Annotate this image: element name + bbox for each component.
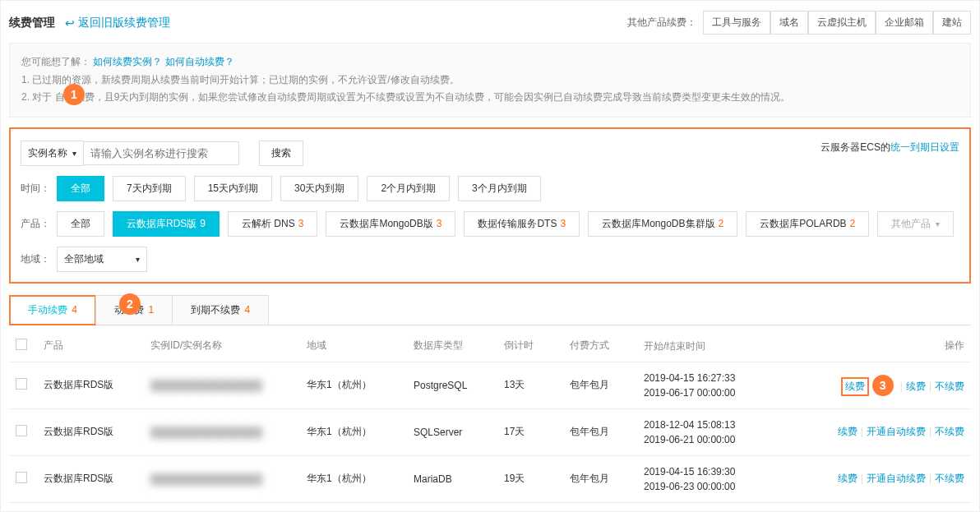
product-pill-count: 3 xyxy=(298,218,304,229)
op-no-renew[interactable]: 不续费 xyxy=(935,426,964,437)
row-checkbox[interactable] xyxy=(16,378,27,390)
product-pill-other[interactable]: 其他产品 ▾ xyxy=(877,211,954,237)
info-link-1[interactable]: 如何续费实例？ xyxy=(93,56,162,67)
region-filter-label: 地域： xyxy=(21,252,57,266)
info-intro: 您可能想了解： xyxy=(21,56,90,67)
time-pill-all[interactable]: 全部 xyxy=(57,176,104,201)
cell-ops: 续费|开通自动续费|不续费 xyxy=(808,425,964,439)
search-button[interactable]: 搜索 xyxy=(259,141,303,166)
time-pill-3m[interactable]: 3个月内到期 xyxy=(458,176,541,201)
search-type-select[interactable]: 实例名称 ▾ xyxy=(21,141,84,166)
info-line-2: 2. 对于 自动续费，且9天内到期的实例，如果您尝试修改自动续费周期或设置为不续… xyxy=(21,89,959,107)
filter-panel: 云服务器ECS的统一到期日设置 实例名称 ▾ 搜索 时间： 全部 7天内到期 1… xyxy=(9,127,971,284)
tab-manual-renew[interactable]: 手动续费 4 xyxy=(9,295,96,325)
time-pill-7d[interactable]: 7天内到期 xyxy=(113,176,186,201)
cell-instance-id: ████████████████ xyxy=(150,473,307,485)
product-pill-count: 2 xyxy=(719,218,724,229)
select-all-checkbox[interactable] xyxy=(16,339,27,350)
top-tab-tools[interactable]: 工具与服务 xyxy=(703,11,770,35)
callout-marker-1: 1 xyxy=(63,84,85,105)
cell-ops: 续费3|续费|不续费 xyxy=(808,375,964,396)
cell-product: 云数据库RDS版 xyxy=(44,472,150,486)
cell-paytype: 包年包月 xyxy=(570,425,644,439)
renew-tabs: 手动续费 4 动续费 1 到期不续费 4 2 xyxy=(9,295,971,325)
product-pill-name: 云数据库MongoDB版 xyxy=(340,217,432,231)
info-link-2[interactable]: 如何自动续费？ xyxy=(165,56,234,67)
op-enable-auto[interactable]: 开通自动续费 xyxy=(867,473,926,484)
cell-instance-id: ████████████████ xyxy=(150,380,307,391)
top-tab-site[interactable]: 建站 xyxy=(933,11,971,35)
op-no-renew[interactable]: 不续费 xyxy=(935,473,964,484)
op-renew[interactable]: 续费 xyxy=(845,381,865,392)
filter-right-prefix: 云服务器ECS的 xyxy=(821,141,890,153)
cell-countdown: 13天 xyxy=(504,378,570,392)
cell-region: 华东1（杭州） xyxy=(307,378,414,392)
time-pill-30d[interactable]: 30天内到期 xyxy=(280,176,358,201)
cell-dbtype: PostgreSQL xyxy=(414,380,504,391)
cell-instance-id: ████████████████ xyxy=(150,427,307,438)
op-no-renew[interactable]: 不续费 xyxy=(935,381,964,392)
cell-ops: 续费|开通自动续费|不续费 xyxy=(808,472,964,486)
op-renew[interactable]: 续费 xyxy=(838,426,858,437)
top-tab-mail[interactable]: 企业邮箱 xyxy=(876,11,933,35)
tab-count: 1 xyxy=(148,304,154,316)
uniform-expire-link[interactable]: 统一到期日设置 xyxy=(890,141,959,153)
row-checkbox[interactable] xyxy=(16,472,27,483)
back-link[interactable]: ↩ 返回旧版续费管理 xyxy=(65,16,170,30)
callout-marker-3: 3 xyxy=(872,375,894,396)
th-product: 产品 xyxy=(44,339,150,353)
search-input[interactable] xyxy=(83,141,239,165)
cell-time: 2019-04-15 16:39:30 2019-06-23 00:00:00 xyxy=(644,464,792,494)
th-time: 开始/结束时间 xyxy=(644,339,792,353)
product-pill-name: 云解析 DNS xyxy=(242,217,295,231)
cell-dbtype: SQLServer xyxy=(414,427,504,438)
product-pill-count: 3 xyxy=(437,218,442,229)
top-tab-domain[interactable]: 域名 xyxy=(770,11,808,35)
op-renew[interactable]: 续费 xyxy=(838,473,858,484)
th-paytype: 付费方式 xyxy=(570,339,644,353)
cell-countdown: 17天 xyxy=(504,425,570,439)
cell-paytype: 包年包月 xyxy=(570,378,644,392)
op-enable-auto[interactable]: 开通自动续费 xyxy=(867,426,926,437)
product-pill-name: 云数据库MongoDB集群版 xyxy=(602,217,714,231)
top-tab-vhost[interactable]: 云虚拟主机 xyxy=(808,11,876,35)
cell-time: 2019-04-15 16:27:33 2019-06-17 00:00:00 xyxy=(644,371,792,400)
product-pill-count: 9 xyxy=(200,218,206,229)
product-pill-name: 其他产品 xyxy=(891,217,931,231)
top-bar: 续费管理 ↩ 返回旧版续费管理 其他产品续费： 工具与服务 域名 云虚拟主机 企… xyxy=(9,7,971,43)
other-products-label: 其他产品续费： xyxy=(627,16,696,30)
product-pill-rds[interactable]: 云数据库RDS版 9 xyxy=(113,211,220,237)
chevron-down-icon: ▾ xyxy=(936,219,940,228)
cell-end-time: 2019-06-21 00:00:00 xyxy=(644,432,792,447)
product-pill-mongo[interactable]: 云数据库MongoDB版 3 xyxy=(326,211,455,237)
th-ops: 操作 xyxy=(808,339,964,353)
region-select[interactable]: 全部地域 ▾ xyxy=(57,247,147,272)
time-pill-2m[interactable]: 2个月内到期 xyxy=(367,176,450,201)
cell-paytype: 包年包月 xyxy=(570,472,644,486)
cell-start-time: 2019-04-15 16:39:30 xyxy=(644,464,792,479)
tab-no-renew[interactable]: 到期不续费 4 xyxy=(172,295,269,325)
product-pill-dts[interactable]: 数据传输服务DTS 3 xyxy=(464,211,580,237)
table-row: 云数据库RDS版 ████████████████ 华东1（杭州） Postgr… xyxy=(9,362,971,409)
product-pill-dns[interactable]: 云解析 DNS 3 xyxy=(228,211,317,237)
table-header: 产品 实例ID/实例名称 地域 数据库类型 倒计时 付费方式 开始/结束时间 操… xyxy=(9,330,971,362)
product-filter-label: 产品： xyxy=(21,217,57,231)
product-pill-count: 3 xyxy=(560,218,566,229)
row-checkbox[interactable] xyxy=(16,425,27,436)
th-region: 地域 xyxy=(307,339,414,353)
tab-count: 4 xyxy=(72,304,77,316)
product-pill-all[interactable]: 全部 xyxy=(57,211,104,237)
cell-region: 华东1（杭州） xyxy=(307,472,414,486)
time-pill-15d[interactable]: 15天内到期 xyxy=(194,176,272,201)
op-enable-auto[interactable]: 续费 xyxy=(906,381,926,392)
product-pill-polardb[interactable]: 云数据库POLARDB 2 xyxy=(746,211,869,237)
cell-end-time: 2019-06-23 00:00:00 xyxy=(644,479,792,494)
table-row: 云数据库RDS版 ████████████████ 华东1（杭州） SQLSer… xyxy=(9,503,971,512)
th-countdown: 倒计时 xyxy=(504,339,570,353)
cell-product: 云数据库RDS版 xyxy=(44,425,150,439)
th-dbtype: 数据库类型 xyxy=(414,339,504,353)
page-title: 续费管理 xyxy=(9,16,55,30)
cell-time: 2018-12-04 15:08:13 2019-06-21 00:00:00 xyxy=(644,417,792,447)
product-pill-mongo-cluster[interactable]: 云数据库MongoDB集群版 2 xyxy=(588,211,737,237)
region-filter-row: 地域： 全部地域 ▾ xyxy=(21,247,959,272)
